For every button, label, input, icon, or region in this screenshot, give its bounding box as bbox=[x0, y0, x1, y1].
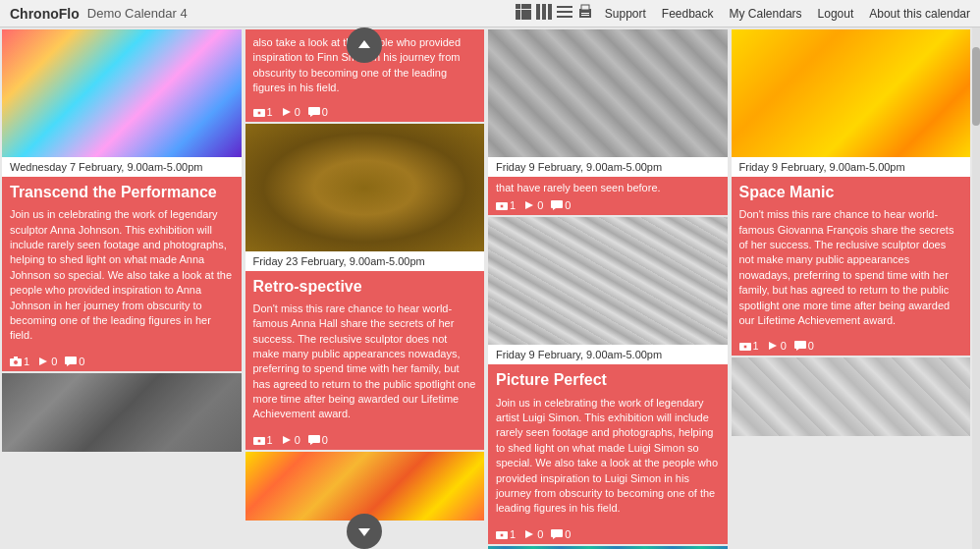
video-count: 0 bbox=[37, 356, 57, 367]
photo-count: 1 bbox=[10, 356, 29, 367]
svg-marker-29 bbox=[310, 115, 313, 117]
card-image-wood bbox=[245, 124, 485, 251]
svg-marker-44 bbox=[525, 530, 533, 538]
scroll-up-button[interactable] bbox=[347, 27, 382, 63]
svg-rect-7 bbox=[521, 15, 526, 20]
card-date-retro: Friday 23 February, 9.00am-5.00pm bbox=[245, 251, 485, 271]
nav-my-calendars[interactable]: My Calendars bbox=[730, 7, 802, 21]
svg-marker-22 bbox=[39, 357, 47, 365]
col2-scroll[interactable]: also take a look at the people who provi… bbox=[244, 27, 487, 549]
col4-scroll[interactable]: Friday 9 February, 9.00am-5.00pm Space M… bbox=[730, 27, 973, 549]
svg-rect-50 bbox=[794, 341, 806, 349]
column-4: Friday 9 February, 9.00am-5.00pm Space M… bbox=[730, 27, 973, 549]
photo-count: 1 bbox=[739, 340, 759, 352]
svg-rect-8 bbox=[526, 15, 531, 20]
card-retro: Friday 23 February, 9.00am-5.00pm Retro-… bbox=[245, 124, 485, 450]
card-title-picture: Picture Perfect bbox=[496, 370, 720, 389]
card-picture-perfect: Friday 9 February, 9.00am-5.00pm Picture… bbox=[488, 217, 728, 543]
app-title: Demo Calendar 4 bbox=[87, 6, 188, 21]
card-title-retro: Retro-spective bbox=[253, 277, 477, 296]
card-partial-col3: Friday 9 February, 9.00am-5.00pm that ha… bbox=[488, 29, 728, 215]
card-cobble bbox=[2, 373, 242, 452]
nav-support[interactable]: Support bbox=[605, 7, 646, 21]
svg-point-43 bbox=[500, 533, 504, 537]
card-footer-partial: 1 0 0 bbox=[245, 102, 485, 122]
card-text-space: Don't miss this rare chance to hear worl… bbox=[739, 207, 963, 328]
col-view-icon[interactable] bbox=[536, 4, 552, 23]
svg-rect-23 bbox=[65, 357, 77, 364]
card-transcend: Wednesday 7 February, 9.00am-5.00pm Tran… bbox=[2, 29, 242, 371]
card-image-cobble bbox=[2, 373, 242, 452]
svg-rect-45 bbox=[551, 529, 563, 537]
col3-scroll[interactable]: Friday 9 February, 9.00am-5.00pm that ha… bbox=[486, 27, 730, 549]
card-text: Join us in celebrating the work of legen… bbox=[10, 207, 234, 344]
nav-about[interactable]: About this calendar bbox=[869, 7, 970, 21]
comment-count: 0 bbox=[794, 340, 814, 352]
svg-rect-14 bbox=[557, 16, 572, 18]
card-image-mesh2 bbox=[488, 217, 728, 345]
main-content: Wednesday 7 February, 9.00am-5.00pm Tran… bbox=[0, 27, 980, 549]
svg-marker-35 bbox=[358, 40, 370, 48]
card-date: Wednesday 7 February, 9.00am-5.00pm bbox=[2, 157, 242, 177]
card-footer: 1 0 0 bbox=[2, 352, 242, 371]
nav-feedback[interactable]: Feedback bbox=[662, 7, 714, 21]
svg-point-21 bbox=[14, 359, 19, 364]
svg-rect-16 bbox=[581, 5, 589, 10]
video-count: 0 bbox=[767, 340, 787, 352]
scrollbar-thumb[interactable] bbox=[972, 47, 980, 126]
svg-rect-4 bbox=[521, 10, 526, 15]
comment-count: 0 bbox=[551, 199, 571, 211]
svg-rect-9 bbox=[536, 4, 540, 20]
card-date-picture: Friday 9 February, 9.00am-5.00pm bbox=[488, 345, 728, 364]
card-space-manic: Friday 9 February, 9.00am-5.00pm Space M… bbox=[732, 29, 971, 356]
list-view-icon[interactable] bbox=[557, 4, 572, 23]
grid-view-icon[interactable] bbox=[516, 4, 531, 23]
svg-rect-1 bbox=[521, 4, 526, 9]
col1-scroll[interactable]: Wednesday 7 February, 9.00am-5.00pm Tran… bbox=[0, 27, 244, 549]
card-text-retro: Don't miss this rare chance to hear worl… bbox=[253, 302, 477, 422]
header-nav: Support Feedback My Calendars Logout Abo… bbox=[605, 7, 970, 21]
svg-rect-33 bbox=[308, 435, 320, 443]
svg-rect-28 bbox=[308, 107, 320, 115]
card-image-triangles bbox=[2, 29, 242, 157]
card-text-picture: Join us in celebrating the work of legen… bbox=[496, 396, 720, 517]
svg-rect-0 bbox=[516, 4, 520, 9]
video-count: 0 bbox=[523, 199, 543, 211]
card-body-picture: Picture Perfect Join us in celebrating t… bbox=[488, 364, 728, 523]
card-footer-col3-top: 1 0 0 bbox=[488, 195, 728, 215]
svg-point-48 bbox=[743, 345, 747, 349]
card-body-space: Space Manic Don't miss this rare chance … bbox=[732, 177, 971, 336]
card-date-space: Friday 9 February, 9.00am-5.00pm bbox=[732, 157, 971, 177]
svg-rect-18 bbox=[581, 15, 589, 16]
svg-rect-5 bbox=[526, 10, 531, 15]
card-fabric bbox=[732, 357, 971, 436]
scrollbar-track[interactable] bbox=[972, 27, 980, 549]
card-title: Transcend the Performance bbox=[10, 183, 234, 201]
svg-rect-20 bbox=[14, 357, 18, 359]
video-count: 0 bbox=[281, 106, 300, 118]
svg-rect-6 bbox=[516, 15, 520, 20]
card-image-fabric bbox=[732, 357, 971, 436]
photo-count: 1 bbox=[496, 199, 516, 211]
photo-count: 1 bbox=[496, 528, 516, 540]
svg-rect-2 bbox=[526, 4, 531, 9]
svg-marker-51 bbox=[796, 349, 799, 351]
print-icon[interactable] bbox=[577, 4, 593, 23]
scroll-down-button[interactable] bbox=[347, 514, 382, 549]
card-footer-space: 1 0 0 bbox=[732, 336, 971, 356]
card-title-space: Space Manic bbox=[739, 183, 963, 201]
card-date-col3: Friday 9 February, 9.00am-5.00pm bbox=[488, 157, 728, 177]
photo-count: 1 bbox=[253, 434, 273, 446]
card-footer-picture: 1 0 0 bbox=[488, 524, 728, 544]
video-count: 0 bbox=[523, 528, 543, 540]
header: ChronoFlo Demo Calendar 4 bbox=[0, 0, 980, 27]
svg-marker-27 bbox=[283, 108, 291, 116]
svg-marker-32 bbox=[283, 436, 291, 444]
comment-count: 0 bbox=[65, 356, 84, 367]
card-body: Transcend the Performance Join us in cel… bbox=[2, 177, 242, 352]
svg-marker-39 bbox=[525, 201, 533, 209]
nav-logout[interactable]: Logout bbox=[818, 7, 854, 21]
video-count: 0 bbox=[281, 434, 300, 446]
svg-point-38 bbox=[500, 204, 504, 208]
svg-rect-11 bbox=[548, 4, 552, 20]
